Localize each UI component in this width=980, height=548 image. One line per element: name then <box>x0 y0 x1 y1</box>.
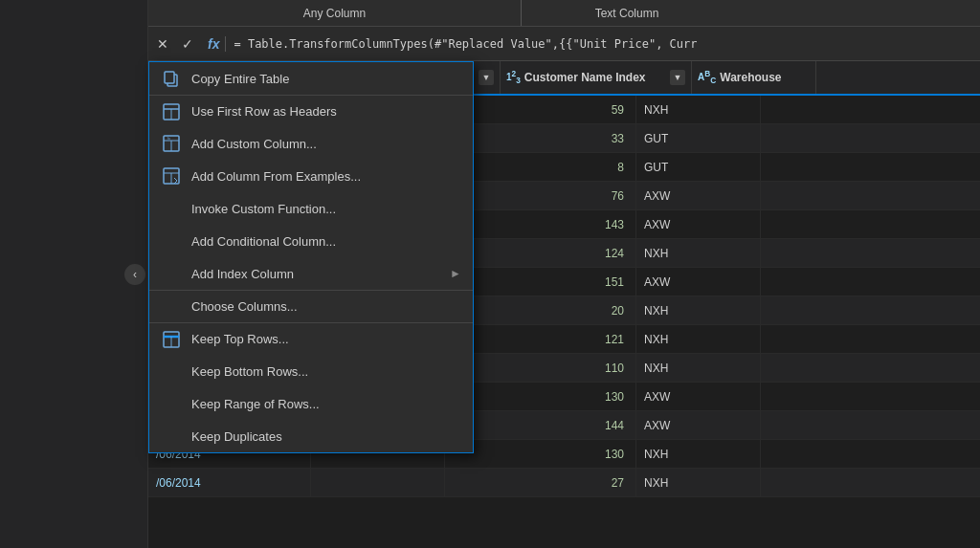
formula-bar: ✕ ✓ fx <box>148 27 980 61</box>
cell-cust-index-4: 143 <box>445 210 636 238</box>
cell-cust-index-9: 110 <box>445 354 636 382</box>
menu-item-invoke-fn[interactable]: Invoke Custom Function... <box>149 192 473 225</box>
cust-index-label: Customer Name Index <box>524 71 646 84</box>
cell-warehouse-6: AXW <box>636 268 761 296</box>
any-column-label: Any Column <box>148 0 522 26</box>
invoke-fn-icon <box>161 198 182 219</box>
keep-range-rows-icon <box>161 393 182 414</box>
cell-warehouse-1: GUT <box>636 124 761 152</box>
use-first-row-icon <box>161 101 182 122</box>
keep-top-rows-icon <box>161 329 182 350</box>
keep-bottom-rows-label: Keep Bottom Rows... <box>191 364 461 379</box>
use-first-row-label: Use First Row as Headers <box>191 104 461 119</box>
menu-item-choose-cols[interactable]: Choose Columns... <box>149 290 473 322</box>
add-conditional-col-label: Add Conditional Column... <box>191 234 461 249</box>
warehouse-label: Warehouse <box>720 71 781 84</box>
menu-item-keep-bottom-rows[interactable]: Keep Bottom Rows... <box>149 355 473 387</box>
column-header-warehouse[interactable]: ABC Warehouse <box>692 61 816 94</box>
column-type-bar: Any Column Text Column <box>148 0 980 27</box>
add-custom-col-label: Add Custom Column... <box>191 137 461 151</box>
cell-cust-index-5: 124 <box>445 239 636 267</box>
cell-cust-index-13: 27 <box>445 469 636 496</box>
menu-item-add-col-examples[interactable]: Add Column From Examples... <box>149 160 473 192</box>
cell-warehouse-0: NXH <box>636 96 761 123</box>
table-row: /06/2014 27 NXH <box>148 469 980 497</box>
order-date-dropdown[interactable]: ▼ <box>479 70 494 85</box>
cell-cust-index-0: 59 <box>445 96 636 123</box>
add-index-col-submenu-arrow: ► <box>450 267 461 280</box>
menu-item-keep-range-rows[interactable]: Keep Range of Rows... <box>149 387 473 420</box>
cell-warehouse-8: NXH <box>636 325 761 353</box>
cell-date-13: /06/2014 <box>148 469 311 496</box>
add-index-col-label: Add Index Column <box>191 267 440 281</box>
menu-item-keep-duplicates[interactable]: Keep Duplicates <box>149 420 473 452</box>
sidebar: ‹ <box>0 0 148 548</box>
add-conditional-col-icon <box>161 230 182 252</box>
menu-item-add-index-col[interactable]: Add Index Column ► <box>149 257 473 290</box>
svg-rect-5 <box>165 72 174 83</box>
collapse-sidebar-button[interactable]: ‹ <box>124 264 145 285</box>
keep-top-rows-label: Keep Top Rows... <box>191 332 461 346</box>
cell-warehouse-2: GUT <box>636 153 761 181</box>
invoke-fn-label: Invoke Custom Function... <box>191 202 461 216</box>
formula-input[interactable] <box>234 37 976 51</box>
cell-warehouse-7: NXH <box>636 296 761 324</box>
cancel-formula-button[interactable]: ✕ <box>152 33 173 55</box>
cell-cust-index-2: 8 <box>445 153 636 181</box>
cell-warehouse-13: NXH <box>636 469 761 496</box>
keep-range-rows-label: Keep Range of Rows... <box>191 397 461 411</box>
cell-order-date-13 <box>311 469 445 496</box>
cust-index-type-icon: 123 <box>506 69 521 85</box>
keep-bottom-rows-icon <box>161 361 182 382</box>
choose-cols-label: Choose Columns... <box>191 299 461 314</box>
cell-warehouse-5: NXH <box>636 239 761 267</box>
column-header-cust-name-index[interactable]: 123 Customer Name Index ▼ <box>501 61 692 94</box>
warehouse-type-icon: ABC <box>698 69 716 85</box>
cell-warehouse-3: AXW <box>636 182 761 209</box>
copy-table-icon <box>161 68 182 89</box>
keep-duplicates-label: Keep Duplicates <box>191 429 461 444</box>
add-index-col-icon <box>161 263 182 284</box>
add-col-examples-icon <box>161 165 182 186</box>
confirm-formula-button[interactable]: ✓ <box>177 33 198 55</box>
cell-cust-index-1: 33 <box>445 124 636 152</box>
add-col-examples-label: Add Column From Examples... <box>191 169 461 184</box>
text-column-label: Text Column <box>522 0 732 26</box>
fx-label: fx <box>202 36 226 52</box>
cell-cust-index-7: 20 <box>445 296 636 324</box>
menu-item-add-conditional-col[interactable]: Add Conditional Column... <box>149 225 473 257</box>
cell-warehouse-4: AXW <box>636 210 761 238</box>
menu-item-add-custom-col[interactable]: fx Add Custom Column... <box>149 127 473 160</box>
copy-table-label: Copy Entire Table <box>191 72 461 86</box>
cell-warehouse-12: NXH <box>636 440 761 468</box>
cell-cust-index-11: 144 <box>445 411 636 439</box>
cell-cust-index-6: 151 <box>445 268 636 296</box>
cell-warehouse-10: AXW <box>636 383 761 410</box>
keep-duplicates-icon <box>161 426 182 447</box>
menu-item-copy-table[interactable]: Copy Entire Table <box>149 62 473 95</box>
cell-warehouse-11: AXW <box>636 411 761 439</box>
cell-warehouse-9: NXH <box>636 354 761 382</box>
menu-item-keep-top-rows[interactable]: Keep Top Rows... <box>149 322 473 355</box>
context-menu: Copy Entire Table Use First Row as Heade… <box>148 61 474 453</box>
menu-item-use-first-row[interactable]: Use First Row as Headers <box>149 95 473 127</box>
add-custom-col-icon: fx <box>161 133 182 154</box>
cust-index-dropdown[interactable]: ▼ <box>670 70 685 85</box>
cell-cust-index-8: 121 <box>445 325 636 353</box>
cell-cust-index-10: 130 <box>445 383 636 410</box>
cell-cust-index-12: 130 <box>445 440 636 468</box>
svg-text:fx: fx <box>167 136 170 141</box>
cell-cust-index-3: 76 <box>445 182 636 209</box>
choose-cols-icon <box>161 296 182 318</box>
